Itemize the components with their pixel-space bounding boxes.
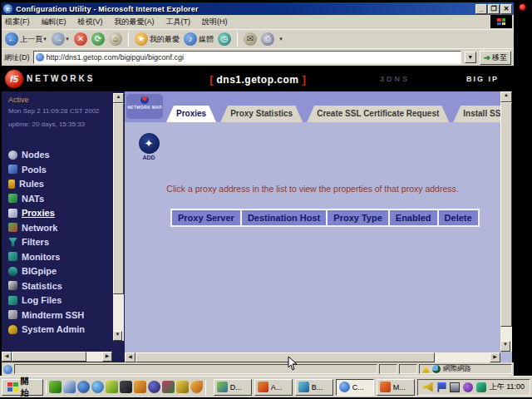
- content-vertical-scrollbar[interactable]: ▲ ▼: [500, 91, 512, 352]
- menu-file[interactable]: 檔案(F): [5, 17, 30, 27]
- scroll-down-arrow[interactable]: ▼: [113, 331, 122, 341]
- forward-dropdown-caret[interactable]: ▼: [65, 37, 70, 42]
- sidebar-item-nodes[interactable]: Nodes: [8, 150, 85, 160]
- minimize-button[interactable]: _: [475, 4, 487, 14]
- quicklaunch-icon[interactable]: [106, 381, 118, 393]
- volume-icon[interactable]: [423, 382, 433, 392]
- col-enabled[interactable]: Enabled: [389, 209, 438, 226]
- toolbar-separator: [128, 32, 129, 47]
- mail-icon[interactable]: ✉: [244, 32, 257, 46]
- tab-proxies[interactable]: Proxies: [166, 106, 216, 122]
- col-proxy-server[interactable]: Proxy Server: [171, 209, 241, 226]
- task-button-3[interactable]: B...: [295, 379, 333, 396]
- menu-favorites[interactable]: 我的最愛(A): [115, 17, 155, 27]
- f5-brand-header: f5 NETWORKS [dns1.getop.com] 3DNS BIG IP: [2, 66, 514, 91]
- quicklaunch-icon[interactable]: [77, 381, 90, 393]
- media-button[interactable]: ♪ 媒體: [184, 32, 214, 46]
- col-proxy-type[interactable]: Proxy Type: [327, 209, 389, 226]
- print-icon[interactable]: ⎙: [261, 32, 274, 46]
- scroll-thumb[interactable]: [12, 352, 86, 362]
- col-destination-host[interactable]: Destination Host: [241, 209, 327, 226]
- windows-start-flag-icon: [7, 382, 18, 392]
- sidebar-item-network[interactable]: Network: [8, 223, 85, 233]
- menu-edit[interactable]: 編輯(E): [42, 17, 66, 27]
- sidebar-item-system-admin[interactable]: System Admin: [8, 324, 85, 334]
- menu-tools[interactable]: 工具(T): [166, 17, 191, 27]
- sidebar-item-log-files[interactable]: Log Files: [8, 295, 85, 305]
- sidebar-item-proxies[interactable]: Proxies: [8, 208, 85, 218]
- quicklaunch-icon[interactable]: [91, 381, 104, 393]
- task-button-5[interactable]: M...: [377, 379, 415, 396]
- task-button-4-active[interactable]: C...: [336, 379, 374, 396]
- network-icon: [8, 223, 17, 232]
- input-language-icon[interactable]: [436, 382, 446, 392]
- sidebar-item-statistics[interactable]: Statistics: [8, 281, 85, 291]
- sidebar-item-bigpipe[interactable]: BIGpipe: [8, 266, 85, 276]
- favorites-button[interactable]: ★ 我的最愛: [135, 32, 180, 46]
- content-horizontal-scrollbar[interactable]: ◀ ▶: [125, 352, 500, 362]
- sidebar-item-mindterm-ssh[interactable]: Mindterm SSH: [8, 310, 85, 320]
- taskbar-clock: 上午 11:00: [490, 382, 525, 392]
- scroll-right-arrow[interactable]: ▶: [102, 352, 112, 362]
- col-delete[interactable]: Delete: [438, 209, 479, 226]
- scroll-down-arrow[interactable]: ▼: [500, 341, 510, 352]
- scroll-left-arrow[interactable]: ◀: [2, 352, 12, 362]
- tab-create-ssl-certificate-request[interactable]: Create SSL Certificate Request: [307, 106, 449, 122]
- quicklaunch-icon[interactable]: [63, 381, 76, 393]
- ie-throbber: [490, 15, 512, 28]
- tab-proxy-statistics[interactable]: Proxy Statistics: [220, 106, 303, 122]
- menu-view[interactable]: 檢視(V): [78, 17, 103, 27]
- quicklaunch-icon[interactable]: [134, 381, 146, 393]
- sidebar-item-filters[interactable]: Filters: [8, 237, 85, 247]
- sidebar-item-pools[interactable]: Pools: [8, 165, 85, 175]
- history-icon[interactable]: ◷: [218, 32, 231, 46]
- quicklaunch-icon[interactable]: [49, 381, 62, 393]
- sidebar-horizontal-scrollbar[interactable]: ◀ ▶: [2, 352, 112, 362]
- home-icon[interactable]: ⌂: [109, 32, 122, 46]
- media-icon: ♪: [184, 32, 197, 46]
- scroll-thumb[interactable]: [500, 102, 512, 327]
- go-button[interactable]: ➜ 移至: [480, 51, 511, 65]
- proxy-table: Proxy Server Destination Host Proxy Type…: [170, 209, 480, 227]
- quicklaunch-icon[interactable]: [162, 381, 175, 393]
- address-dropdown-button[interactable]: ▼: [465, 52, 476, 63]
- close-button[interactable]: ✕: [500, 4, 512, 14]
- start-button[interactable]: 開始: [2, 379, 43, 396]
- forward-button[interactable]: → ▼: [52, 32, 70, 46]
- window-title: Configuration Utility - Microsoft Intern…: [16, 5, 475, 13]
- quicklaunch-icon[interactable]: [148, 381, 160, 393]
- scroll-thumb[interactable]: [113, 103, 124, 294]
- quicklaunch-icon[interactable]: [176, 381, 189, 393]
- task-button-2[interactable]: A...: [254, 379, 293, 396]
- refresh-icon[interactable]: ⟳: [91, 32, 105, 46]
- sidebar-item-monitors[interactable]: Monitors: [8, 252, 85, 262]
- quicklaunch-icon[interactable]: [190, 381, 203, 393]
- sidebar-vertical-scrollbar[interactable]: ▲ ▼: [113, 93, 124, 341]
- scroll-thumb[interactable]: [135, 352, 435, 362]
- add-proxy-button[interactable]: ✦ ADD: [136, 133, 161, 160]
- tray-app-icon[interactable]: [476, 382, 486, 392]
- sidebar-item-nats[interactable]: NATs: [8, 194, 85, 204]
- quicklaunch-icon[interactable]: [120, 381, 132, 393]
- task-button-1[interactable]: D...: [214, 379, 252, 396]
- menu-help[interactable]: 說明(H): [202, 17, 228, 27]
- tray-app-icon[interactable]: [463, 382, 473, 392]
- stop-icon[interactable]: ✕: [74, 32, 87, 46]
- scroll-up-arrow[interactable]: ▲: [113, 93, 124, 103]
- address-input[interactable]: http://dns1.getop.com/bigipgui/bigconf.c…: [33, 51, 461, 64]
- scroll-up-arrow[interactable]: ▲: [500, 91, 512, 102]
- back-dropdown-caret[interactable]: ▼: [42, 37, 47, 42]
- sidebar-item-rules[interactable]: Rules: [8, 179, 85, 189]
- task-app-icon: [298, 382, 309, 392]
- network-map-button[interactable]: NETWORK MAP: [126, 94, 163, 119]
- toolbar-more-caret[interactable]: ▼: [278, 37, 283, 42]
- zone-label: 網際網路: [443, 364, 471, 374]
- address-label: 網址(D): [4, 52, 30, 63]
- maximize-button[interactable]: ❐: [488, 4, 500, 14]
- unit-status: Active: [8, 96, 29, 104]
- back-button[interactable]: ← 上一頁 ▼: [5, 32, 47, 46]
- display-icon[interactable]: [450, 382, 460, 392]
- back-icon: ←: [5, 32, 18, 46]
- scroll-right-arrow[interactable]: ▶: [490, 352, 500, 362]
- scroll-left-arrow[interactable]: ◀: [125, 352, 135, 362]
